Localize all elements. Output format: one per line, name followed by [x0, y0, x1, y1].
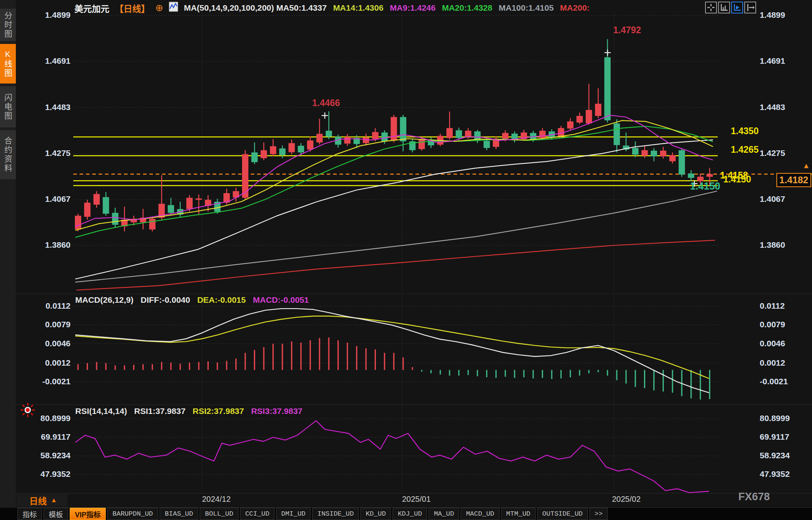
axis-tick-label: 0.0079 [27, 320, 71, 329]
sidebar-item-1[interactable]: 分时图 [0, 9, 16, 41]
axis-tick-label: 0.0046 [27, 339, 71, 348]
axis-tick-label: 1.4067 [27, 194, 71, 204]
auto-scroll-icon[interactable] [731, 2, 743, 13]
indicator-tab-4[interactable]: BARUPDN_UD [107, 508, 158, 520]
indicator-tab-3[interactable]: VIP指标 [70, 508, 106, 520]
price-level-label: 1.4265 [731, 144, 759, 155]
indicator-tab-12[interactable]: MA_UD [429, 508, 459, 520]
axis-tick-label: 0.0046 [760, 339, 785, 348]
chart-style-icon[interactable] [169, 2, 178, 14]
price-up-arrow-icon: ▲ [802, 161, 810, 170]
rsi-legend: RSI(14,14,14) RSI1:37.9837 RSI2:37.9837 … [75, 406, 303, 416]
indicator-tab-2[interactable]: 模板 [44, 508, 68, 520]
symbol-title: 美元加元 [74, 2, 109, 14]
svg-text:1.4466: 1.4466 [312, 98, 340, 108]
indicator-tab-14[interactable]: MTM_UD [501, 508, 536, 520]
timeframe-selector[interactable]: 日线 ▲ [17, 494, 67, 507]
rsi-title: RSI(14,14,14) [75, 406, 127, 416]
axis-tick-label: 47.9352 [760, 469, 790, 479]
axis-tick-label: 1.3860 [760, 240, 785, 250]
axis-tick-label: 1.4899 [760, 10, 785, 20]
timeframe-label: 日线 [29, 494, 47, 507]
last-price-value: 1.4182 [779, 175, 808, 186]
axis-tick-label: 47.9352 [27, 469, 71, 479]
axis-tick-label: 1.4691 [760, 56, 785, 66]
axis-tick-label: -0.0021 [27, 377, 71, 386]
last-price-tag: 1.4182 [776, 173, 811, 187]
price-level-label: 1.4150 [723, 174, 751, 185]
rsi1-value: RSI1:37.9837 [134, 406, 186, 416]
indicator-tab-15[interactable]: OUTSIDE_UD [537, 508, 588, 520]
axis-tick-label: 1.3860 [27, 240, 71, 250]
shift-chart-icon[interactable] [744, 2, 756, 13]
ma-legend-item: MA100:1.4105 [499, 3, 554, 13]
indicator-tab-5[interactable]: BIAS_UD [160, 508, 198, 520]
price-level-label: 1.4150 [690, 180, 720, 192]
add-indicator-icon[interactable]: ⊕ [155, 4, 163, 12]
axis-tick-label: 80.8999 [760, 414, 790, 423]
macd-diff-value: DIFF:-0.0040 [141, 295, 190, 305]
indicator-tab-10[interactable]: KD_UD [360, 508, 391, 520]
chevron-up-icon: ▲ [51, 497, 57, 504]
axis-tick-label: 0.0112 [27, 301, 71, 311]
indicator-tab-13[interactable]: MACD_UD [461, 508, 499, 520]
axis-tick-label: 58.9234 [760, 451, 790, 460]
indicator-tab-11[interactable]: KDJ_UD [393, 508, 427, 520]
time-axis-label: 2024/12 [202, 495, 231, 504]
axis-tick-label: 58.9234 [27, 451, 71, 460]
watermark: FX678 [738, 491, 770, 503]
ma-legend-item: MA14:1.4306 [333, 3, 383, 13]
indicator-tabbar: 指标模板VIP指标BARUPDN_UDBIAS_UDBOLL_UDCCI_UDD… [0, 508, 812, 520]
sidebar-item-4[interactable]: 合约资料 [0, 130, 16, 179]
axis-tick-label: 0.0112 [760, 301, 785, 311]
indicator-tab-9[interactable]: INSIDE_UD [312, 508, 359, 520]
sidebar-item-3[interactable]: 闪电图 [0, 86, 16, 127]
time-axis-label: 2025/02 [612, 495, 640, 504]
axis-tick-label: 1.4691 [27, 56, 71, 66]
macd-macd-value: MACD:-0.0051 [253, 295, 309, 305]
indicator-tab-6[interactable]: BOLL_UD [200, 508, 238, 520]
axis-tick-label: 1.4483 [27, 102, 71, 112]
axis-tick-label: 1.4899 [27, 10, 71, 20]
axis-tick-label: 1.4275 [27, 148, 71, 158]
time-axis-label: 2025/01 [402, 495, 431, 504]
rsi3-value: RSI3:37.9837 [251, 406, 303, 416]
macd-title: MACD(26,12,9) [75, 295, 133, 305]
axis-tick-label: 1.4483 [760, 102, 785, 112]
ma-legend-item: MA(50,14,9,20,100,200) MA50:1.4337 [184, 3, 327, 13]
alert-icon[interactable] [20, 402, 36, 419]
ma-legend-item: MA200: [560, 3, 590, 13]
indicator-tab-1[interactable]: 指标 [17, 508, 42, 520]
pan-icon[interactable] [705, 2, 717, 13]
trading-app: 1.44661.4792 1.48991.48991.46911.46911.4… [0, 0, 812, 520]
axis-tick-label: 1.4275 [760, 148, 785, 158]
indicator-tab-7[interactable]: CCI_UD [240, 508, 274, 520]
macd-dea-value: DEA:-0.0015 [197, 295, 246, 305]
indicator-tab-16[interactable]: >> [589, 508, 608, 520]
axis-tick-label: 0.0012 [27, 358, 71, 368]
axis-tick-label: 69.9117 [760, 432, 789, 442]
indicator-tab-8[interactable]: DMI_UD [276, 508, 311, 520]
axis-tick-label: 69.9117 [27, 432, 71, 442]
ma-legend-item: MA9:1.4246 [390, 3, 436, 13]
sidebar-item-2[interactable]: K线图 [0, 44, 16, 84]
price-level-label: 1.4350 [731, 126, 759, 137]
chart-legend-header: 美元加元 【日线】 ⊕ MA(50,14,9,20,100,200) MA50:… [74, 2, 590, 13]
rsi2-value: RSI2:37.9837 [193, 406, 244, 416]
chart-toolbar [705, 2, 756, 13]
axis-tick-label: -0.0021 [760, 377, 788, 386]
axis-tick-label: 1.4067 [760, 194, 785, 204]
ma-legend-item: MA20:1.4328 [442, 3, 492, 13]
ma-legend: MA(50,14,9,20,100,200) MA50:1.4337MA14:1… [184, 3, 589, 13]
chart-canvas[interactable]: 1.44661.4792 [0, 0, 812, 520]
axis-tick-label: 0.0012 [760, 358, 785, 368]
macd-legend: MACD(26,12,9) DIFF:-0.0040 DEA:-0.0015 M… [75, 295, 309, 305]
axis-scale-icon[interactable] [718, 2, 730, 13]
left-sidebar: 分时图K线图闪电图合约资料 [0, 0, 16, 520]
svg-text:1.4792: 1.4792 [613, 25, 641, 35]
period-badge: 【日线】 [115, 2, 150, 14]
axis-tick-label: 0.0079 [760, 320, 785, 329]
